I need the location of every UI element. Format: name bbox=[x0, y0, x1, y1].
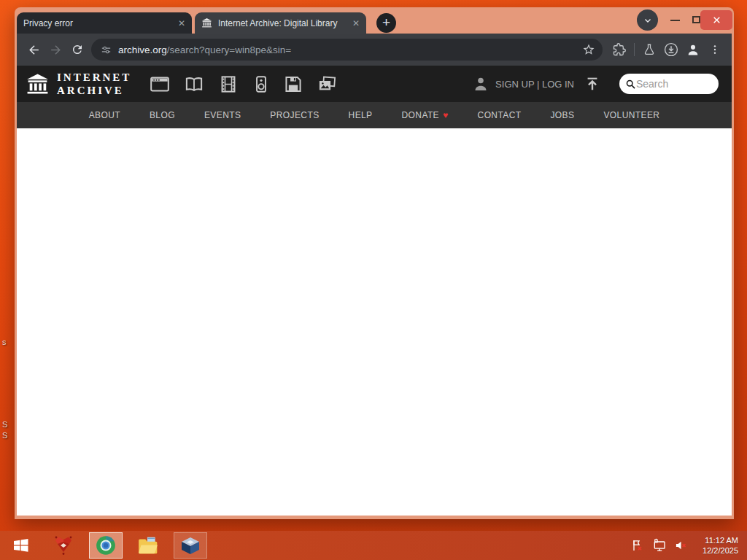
back-arrow-icon bbox=[27, 43, 41, 57]
media-type-tabs bbox=[149, 74, 338, 94]
taskbar-clock[interactable]: 11:12 AM 12/2/2025 bbox=[693, 535, 738, 556]
page-content-blank bbox=[17, 128, 732, 516]
software-icon[interactable] bbox=[283, 74, 303, 94]
labs-button[interactable] bbox=[638, 39, 660, 61]
file-explorer-icon bbox=[137, 535, 159, 556]
chevron-down-icon bbox=[643, 15, 653, 26]
desktop-icon-label-fragment: S bbox=[2, 420, 7, 429]
nav-about[interactable]: ABOUT bbox=[89, 110, 120, 120]
bookmark-star-icon[interactable] bbox=[582, 43, 595, 56]
signup-login-link[interactable]: SIGN UP | LOG IN bbox=[495, 79, 574, 90]
upload-icon[interactable] bbox=[584, 76, 600, 92]
new-tab-button[interactable]: + bbox=[376, 13, 396, 33]
close-icon bbox=[712, 15, 721, 25]
archive-navbar: ABOUT BLOG EVENTS PROJECTS HELP DONATE♥ … bbox=[17, 102, 732, 128]
tab-privacy-error[interactable]: Privacy error ✕ bbox=[17, 12, 192, 34]
volume-muted-icon[interactable] bbox=[674, 538, 689, 553]
nav-donate-label: DONATE bbox=[402, 110, 440, 120]
taskbar-virtualbox-tile[interactable] bbox=[174, 532, 207, 559]
forward-button[interactable] bbox=[44, 39, 66, 61]
browser-titlebar[interactable]: Privacy error ✕ Internet Archive: Digita… bbox=[15, 7, 734, 34]
site-settings-icon[interactable] bbox=[100, 44, 112, 56]
minimize-button[interactable] bbox=[670, 20, 680, 21]
internet-archive-logo[interactable] bbox=[26, 72, 50, 96]
search-icon bbox=[625, 78, 636, 90]
url-path: /search?query=win8pe&sin= bbox=[167, 44, 291, 55]
forward-arrow-icon bbox=[49, 43, 63, 57]
profile-button[interactable] bbox=[682, 39, 704, 61]
download-icon bbox=[663, 42, 679, 58]
desktop-icon-label-fragment: s bbox=[2, 338, 7, 346]
taskbar-virtualbox[interactable] bbox=[169, 531, 212, 560]
nav-contact[interactable]: CONTACT bbox=[478, 110, 522, 120]
windows-taskbar: 11:12 AM 12/2/2025 bbox=[0, 531, 747, 560]
nav-donate[interactable]: DONATE♥ bbox=[402, 110, 449, 120]
display-icon[interactable] bbox=[651, 538, 667, 553]
internet-archive-favicon bbox=[201, 18, 212, 28]
web-icon[interactable] bbox=[149, 74, 171, 94]
archive-wordmark[interactable]: INTERNET ARCHIVE bbox=[57, 71, 131, 97]
taskbar-red-app[interactable] bbox=[42, 531, 85, 560]
archive-header: INTERNET ARCHIVE bbox=[17, 66, 732, 102]
taskbar-browser-tile[interactable] bbox=[89, 532, 123, 559]
wordmark-line1: INTERNET bbox=[57, 71, 131, 84]
browser-window: Privacy error ✕ Internet Archive: Digita… bbox=[15, 7, 734, 519]
images-icon[interactable] bbox=[316, 74, 338, 94]
taskbar-file-explorer[interactable] bbox=[127, 531, 169, 560]
back-button[interactable] bbox=[23, 39, 44, 61]
flask-icon bbox=[643, 43, 656, 56]
reload-button[interactable] bbox=[66, 39, 88, 61]
extensions-button[interactable] bbox=[608, 39, 630, 61]
windows-logo-icon bbox=[12, 537, 30, 554]
nav-blog[interactable]: BLOG bbox=[150, 110, 175, 120]
clock-date: 12/2/2025 bbox=[693, 545, 738, 556]
heart-icon: ♥ bbox=[443, 110, 449, 120]
video-icon[interactable] bbox=[217, 74, 239, 94]
nav-projects[interactable]: PROJECTS bbox=[270, 110, 319, 120]
reload-icon bbox=[71, 43, 84, 56]
downloads-button[interactable] bbox=[660, 39, 682, 61]
nav-help[interactable]: HELP bbox=[349, 110, 373, 120]
menu-button[interactable] bbox=[704, 39, 726, 61]
tab-title: Privacy error bbox=[23, 18, 174, 28]
close-button[interactable] bbox=[700, 10, 732, 30]
user-icon[interactable] bbox=[472, 75, 489, 93]
url-text[interactable]: archive.org/search?query=win8pe&sin= bbox=[118, 44, 582, 55]
notifications-flag-icon[interactable] bbox=[630, 538, 645, 553]
maximize-button[interactable] bbox=[692, 16, 700, 23]
system-tray bbox=[630, 538, 689, 553]
tab-close-icon[interactable]: ✕ bbox=[352, 18, 360, 28]
url-domain: archive.org bbox=[118, 44, 167, 55]
url-bar[interactable]: archive.org/search?query=win8pe&sin= bbox=[91, 39, 603, 61]
archive-search-box[interactable] bbox=[619, 74, 719, 94]
extensions-puzzle-icon bbox=[613, 43, 626, 56]
tab-internet-archive[interactable]: Internet Archive: Digital Library ✕ bbox=[195, 12, 366, 34]
audio-icon[interactable] bbox=[252, 74, 271, 94]
browser-toolbar: archive.org/search?query=win8pe&sin= bbox=[17, 34, 732, 66]
start-button[interactable] bbox=[0, 531, 42, 560]
search-input[interactable] bbox=[636, 78, 713, 90]
tab-title: Internet Archive: Digital Library bbox=[218, 18, 348, 28]
nav-volunteer[interactable]: VOLUNTEER bbox=[603, 110, 659, 120]
wordmark-line2: ARCHIVE bbox=[57, 84, 131, 97]
texts-icon[interactable] bbox=[183, 74, 205, 94]
clock-time: 11:12 AM bbox=[693, 535, 738, 545]
tab-close-icon[interactable]: ✕ bbox=[178, 18, 185, 28]
nav-events[interactable]: EVENTS bbox=[204, 110, 241, 120]
taskbar-browser[interactable] bbox=[85, 531, 127, 560]
virtualbox-icon bbox=[180, 535, 201, 556]
browser-icon bbox=[95, 534, 117, 556]
red-app-icon bbox=[53, 534, 74, 556]
tab-search-button[interactable] bbox=[637, 9, 658, 31]
kebab-menu-icon bbox=[709, 44, 721, 55]
nav-jobs[interactable]: JOBS bbox=[550, 110, 574, 120]
profile-avatar-icon bbox=[686, 42, 700, 57]
desktop-icon-label-fragment: S bbox=[2, 431, 7, 440]
toolbar-separator bbox=[634, 43, 635, 56]
